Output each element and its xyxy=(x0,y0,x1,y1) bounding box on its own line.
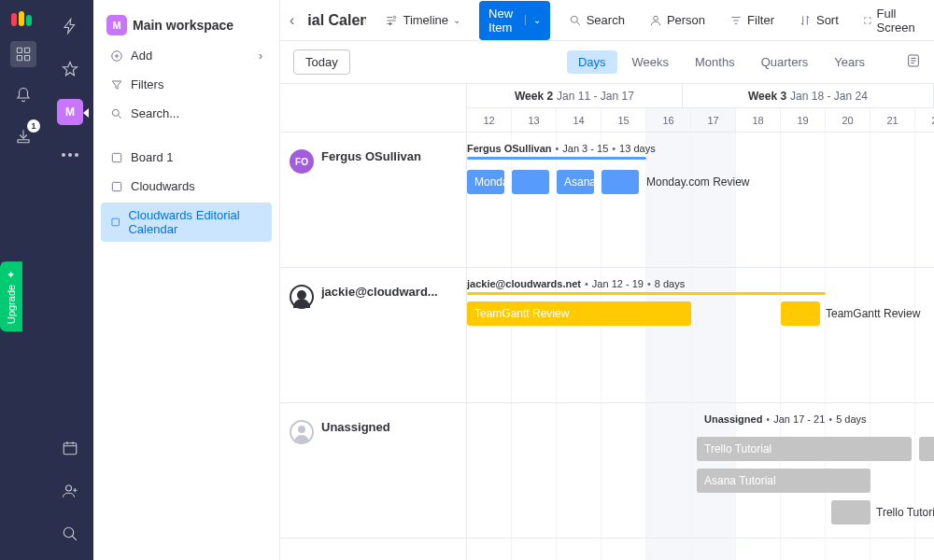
range-tab-quarters[interactable]: Quarters xyxy=(750,50,820,74)
fullscreen-button[interactable]: Full Screen xyxy=(857,3,925,38)
range-tab-years[interactable]: Years xyxy=(823,50,876,74)
task-bar[interactable] xyxy=(831,500,870,525)
sidebar-filters[interactable]: Filters xyxy=(101,72,272,97)
timeline-people-column: FOFergus OSullivanjackie@cloudward...Una… xyxy=(280,84,467,560)
chevron-down-icon[interactable]: ⌄ xyxy=(525,15,541,25)
svg-point-15 xyxy=(654,16,658,21)
day-header-cell: 21 xyxy=(870,108,915,132)
task-bar[interactable]: Asana Rev xyxy=(557,170,594,194)
topbar: ‹ ial Calendar Timeline ⌄ New Item ⌄ Sea… xyxy=(280,0,934,41)
avatar xyxy=(290,420,314,444)
person-name: Unassigned xyxy=(321,420,390,434)
sidebar-item-label: Board 1 xyxy=(131,150,174,164)
sidebar-search[interactable]: Search... xyxy=(101,101,272,126)
today-button[interactable]: Today xyxy=(293,49,350,75)
search-icon[interactable] xyxy=(57,521,83,547)
day-header-cell: 18 xyxy=(736,108,781,132)
invite-icon[interactable] xyxy=(57,478,83,504)
sort-button[interactable]: Sort xyxy=(793,9,844,31)
sidebar-item-board1[interactable]: Board 1 xyxy=(101,145,272,170)
avatar xyxy=(290,285,314,309)
capacity-line xyxy=(467,157,646,160)
week-header-cell: Week 3Jan 18 - Jan 24 xyxy=(683,84,934,107)
day-header: 1213141516171819202122 xyxy=(467,108,934,133)
svg-rect-11 xyxy=(112,218,120,226)
workspace-header[interactable]: M Main workspace xyxy=(101,11,272,39)
upgrade-button[interactable]: Upgrade xyxy=(0,261,22,331)
person-row: jackie@cloudward... xyxy=(280,268,466,403)
day-header-cell: 12 xyxy=(467,108,512,132)
filter-button[interactable]: Filter xyxy=(724,9,780,31)
inbox-badge: 1 xyxy=(27,119,40,133)
svg-rect-4 xyxy=(64,443,77,455)
search-button[interactable]: Search xyxy=(563,9,630,31)
week-header: Week 2Jan 11 - Jan 17Week 3Jan 18 - Jan … xyxy=(467,84,934,108)
day-header-cell: 22 xyxy=(915,108,934,132)
task-label: Trello Tutorial xyxy=(876,500,934,525)
range-tab-days[interactable]: Days xyxy=(567,50,617,74)
person-row: Unassigned xyxy=(280,403,466,539)
star-icon[interactable] xyxy=(57,56,83,82)
sidebar-item-editorial-calendar[interactable]: Cloudwards Editorial Calendar xyxy=(101,203,272,242)
sidebar: M Main workspace Add › Filters Search...… xyxy=(93,0,280,560)
timeline: FOFergus OSullivanjackie@cloudward...Una… xyxy=(280,84,934,560)
task-bar[interactable] xyxy=(601,170,639,194)
workspaces-icon[interactable] xyxy=(10,41,36,67)
person-button[interactable]: Person xyxy=(644,9,711,31)
bolt-icon[interactable] xyxy=(57,13,83,39)
workspace-initial: M xyxy=(65,105,75,119)
day-header-cell: 17 xyxy=(691,108,736,132)
task-bar[interactable]: Asana Tutorial xyxy=(697,469,870,493)
person-row: FOFergus OSullivan xyxy=(280,133,466,268)
avatar: FO xyxy=(290,149,314,174)
nav-rail: M xyxy=(47,0,93,560)
group-summary: jackie@cloudwards.net•Jan 12 - 19•8 days xyxy=(467,277,685,290)
notifications-icon[interactable] xyxy=(10,82,36,108)
timeline-row: Fergus OSullivan•Jan 3 - 15•13 daysMonda… xyxy=(467,133,934,268)
task-bar[interactable] xyxy=(512,170,549,194)
sidebar-item-cloudwards[interactable]: Cloudwards xyxy=(101,174,272,199)
capacity-line xyxy=(467,292,826,295)
range-tab-weeks[interactable]: Weeks xyxy=(621,50,681,74)
calendar-icon[interactable] xyxy=(57,435,83,461)
svg-point-5 xyxy=(66,485,72,491)
workspace-avatar[interactable]: M xyxy=(57,99,83,125)
group-summary: Unassigned•Jan 17 - 21•5 days xyxy=(704,413,867,426)
chevron-left-icon[interactable]: ‹ xyxy=(290,12,294,29)
task-bar[interactable] xyxy=(781,301,820,326)
sidebar-item-label: Cloudwards Editorial Calendar xyxy=(128,208,262,236)
svg-point-12 xyxy=(394,16,396,18)
day-header-cell: 19 xyxy=(781,108,826,132)
new-item-button[interactable]: New Item ⌄ xyxy=(479,1,550,40)
task-bar[interactable]: Monda xyxy=(467,170,504,194)
timeline-grid[interactable]: Week 2Jan 11 - Jan 17Week 3Jan 18 - Jan … xyxy=(467,84,934,560)
chevron-down-icon: ⌄ xyxy=(453,15,460,25)
task-bar[interactable] xyxy=(919,437,934,461)
monday-logo xyxy=(11,11,35,26)
main: ‹ ial Calendar Timeline ⌄ New Item ⌄ Sea… xyxy=(280,0,934,560)
svg-rect-0 xyxy=(17,48,21,52)
sidebar-item-label: Cloudwards xyxy=(131,179,195,193)
day-header-cell: 14 xyxy=(557,108,601,132)
task-bar[interactable]: TeamGantt Review xyxy=(467,301,691,326)
timeline-row: Unassigned•Jan 17 - 21•5 daysTrello Tuto… xyxy=(467,403,934,539)
day-header-cell: 13 xyxy=(512,108,557,132)
timeline-row: jackie@cloudwards.net•Jan 12 - 19•8 days… xyxy=(467,268,934,403)
person-name: Fergus OSullivan xyxy=(321,149,421,163)
week-header-cell: Week 2Jan 11 - Jan 17 xyxy=(467,84,683,107)
svg-rect-1 xyxy=(25,48,30,52)
inbox-icon[interactable]: 1 xyxy=(10,123,36,149)
task-bar[interactable]: Trello Tutorial xyxy=(697,437,912,461)
day-header-cell: 16 xyxy=(646,108,691,132)
sidebar-add[interactable]: Add › xyxy=(101,43,272,68)
svg-point-14 xyxy=(571,16,577,22)
export-icon[interactable] xyxy=(906,53,921,72)
range-tab-months[interactable]: Months xyxy=(684,50,746,74)
timeline-controls: Today DaysWeeksMonthsQuartersYears xyxy=(280,41,934,84)
svg-rect-9 xyxy=(112,153,120,161)
workspace-name: Main workspace xyxy=(133,18,234,33)
task-label: Monday.com Review xyxy=(646,170,749,194)
more-icon[interactable] xyxy=(57,142,83,168)
view-switcher[interactable]: Timeline ⌄ xyxy=(379,9,466,31)
board-title: ial Calendar xyxy=(307,12,366,29)
